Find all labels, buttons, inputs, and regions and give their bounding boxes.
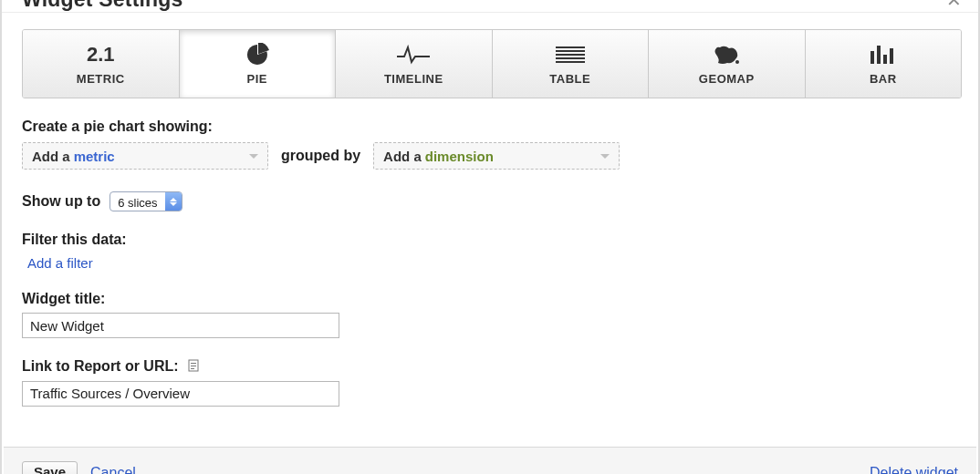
save-button[interactable]: Save [22,461,78,474]
dimension-dropdown-prefix: Add a [383,149,422,164]
metric-dropdown-prefix: Add a [32,149,70,164]
chevron-down-icon [249,154,258,159]
dialog-header: Widget Settings ✕ [2,0,978,13]
tab-geomap[interactable]: GEOMAP [649,30,806,98]
dialog-content: 2.1 METRIC PIE [2,13,978,407]
filter-label: Filter this data: [22,232,962,248]
svg-rect-9 [890,48,893,64]
report-icon [188,359,199,376]
show-up-to-row: Show up to 6 slices [22,191,962,211]
link-to-report-value: Traffic Sources / Overview [30,386,190,401]
slices-value: 6 slices [110,192,164,211]
tab-bar[interactable]: BAR [806,30,962,98]
geomap-icon [711,43,742,67]
svg-rect-0 [556,46,585,48]
show-up-to-label: Show up to [22,193,100,210]
metric-dimension-row: Add a metric grouped by Add a dimension [22,142,962,170]
tab-table[interactable]: TABLE [493,30,650,98]
chevron-down-icon [600,154,610,159]
add-filter-link[interactable]: Add a filter [27,255,93,271]
svg-rect-8 [883,55,887,64]
bar-icon [870,43,897,67]
slices-select[interactable]: 6 slices [109,191,182,211]
tab-timeline-label: TIMELINE [384,72,443,86]
svg-rect-4 [556,61,585,63]
tab-pie[interactable]: PIE [180,30,337,98]
svg-rect-12 [191,366,196,366]
svg-rect-6 [871,51,874,64]
metric-icon: 2.1 [87,43,115,67]
svg-rect-3 [556,57,585,59]
table-icon [556,43,585,67]
tab-timeline[interactable]: TIMELINE [336,30,493,98]
tab-geomap-label: GEOMAP [699,72,755,86]
metric-dropdown-term: metric [74,149,115,164]
svg-rect-2 [556,54,585,56]
tab-metric-label: METRIC [77,72,125,86]
svg-rect-13 [191,368,194,369]
tab-metric[interactable]: 2.1 METRIC [23,30,180,98]
svg-rect-11 [191,363,196,364]
close-icon[interactable]: ✕ [946,0,962,11]
grouped-by-label: grouped by [281,148,360,164]
link-to-report-input[interactable]: Traffic Sources / Overview [22,381,339,407]
pie-icon [245,43,269,67]
svg-rect-1 [556,50,585,52]
tab-bar-label: BAR [870,72,897,86]
tab-pie-label: PIE [247,72,267,86]
stepper-arrows-icon [165,192,182,211]
svg-rect-7 [877,46,881,64]
widget-title-value: New Widget [30,318,104,334]
dialog-title: Widget Settings [22,0,183,12]
svg-point-5 [735,60,739,64]
widget-title-label: Widget title: [22,291,962,307]
timeline-icon [395,43,432,67]
pie-prompt: Create a pie chart showing: [22,118,962,135]
chart-type-tabs: 2.1 METRIC PIE [22,29,962,98]
tab-table-label: TABLE [549,72,590,86]
dialog-footer: Save Cancel Delete widget [4,447,976,474]
widget-title-input[interactable]: New Widget [22,313,339,338]
delete-widget-link[interactable]: Delete widget [870,465,958,474]
metric-dropdown[interactable]: Add a metric [22,142,268,170]
dimension-dropdown[interactable]: Add a dimension [373,142,620,170]
cancel-link[interactable]: Cancel [90,465,136,474]
widget-settings-dialog: Widget Settings ✕ 2.1 METRIC PIE [0,0,980,474]
dimension-dropdown-term: dimension [425,149,494,164]
link-to-report-label: Link to Report or URL: [22,358,962,376]
